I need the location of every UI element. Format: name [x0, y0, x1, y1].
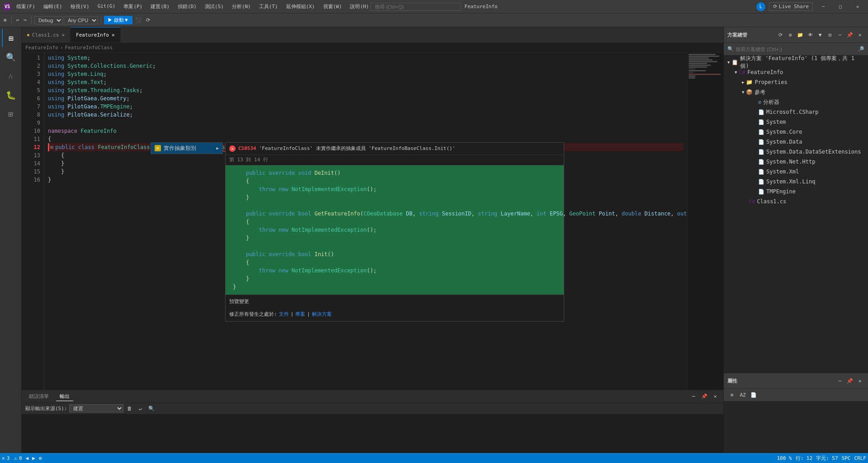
- props-alphabetical-btn[interactable]: AZ: [738, 391, 747, 400]
- menu-help[interactable]: 說明(H): [346, 2, 373, 11]
- menu-extensions[interactable]: 延伸模組(X): [283, 2, 319, 11]
- ref-xmllinq-icon: 📄: [758, 179, 764, 185]
- panel-filter-btn[interactable]: ▼: [816, 30, 825, 39]
- debug-config-dropdown[interactable]: Debug: [34, 16, 63, 24]
- menu-file[interactable]: 檔案(F): [13, 2, 39, 11]
- close-button[interactable]: ✕: [851, 2, 864, 11]
- fix-solution-link[interactable]: 解決方案: [312, 310, 332, 318]
- run-button[interactable]: ▶ 啟動▼: [104, 16, 132, 24]
- menu-view[interactable]: 檢視(V): [67, 2, 93, 11]
- breadcrumb-class[interactable]: FeatureInfoClass: [65, 45, 113, 51]
- ln-7: 7: [22, 103, 40, 111]
- minimap-line-13: [689, 75, 695, 77]
- output-close-btn[interactable]: ✕: [711, 392, 720, 401]
- panel-minimize-btn[interactable]: ─: [835, 30, 844, 39]
- output-find-btn[interactable]: 🔍: [147, 404, 156, 413]
- solution-search-input[interactable]: [736, 47, 856, 52]
- tree-ref-data[interactable]: 📄 System.Data: [724, 137, 868, 147]
- tree-ref-csharp[interactable]: 📄 Microsoft.CSharp: [724, 107, 868, 117]
- output-wrap-btn[interactable]: ↵: [136, 404, 145, 413]
- menu-git[interactable]: Git(G): [94, 2, 119, 11]
- panel-pin-btn[interactable]: 📌: [845, 30, 854, 39]
- breadcrumb-namespace[interactable]: FeatureInfo: [25, 45, 58, 51]
- menu-tools[interactable]: 工具(T): [255, 2, 282, 11]
- maximize-button[interactable]: □: [834, 2, 847, 11]
- props-by-category-btn[interactable]: ≡: [727, 391, 736, 400]
- panel-new-folder-btn[interactable]: 📁: [796, 30, 805, 39]
- live-share-button[interactable]: ⟳ Live Share: [769, 2, 813, 11]
- tab-featureinfo[interactable]: FeatureInfo ✕: [71, 27, 120, 42]
- menu-project[interactable]: 專案(P): [120, 2, 146, 11]
- props-property-pages-btn[interactable]: 📄: [749, 391, 758, 400]
- tree-refs[interactable]: ▼ 📦 參考: [724, 87, 868, 97]
- menu-build[interactable]: 建置(B): [147, 2, 173, 11]
- output-minimize-btn[interactable]: ─: [689, 392, 698, 401]
- menu-test[interactable]: 測試(S): [201, 2, 227, 11]
- activity-explorer[interactable]: ⊞: [2, 29, 20, 47]
- fix-file-link[interactable]: 文件: [279, 310, 289, 318]
- activity-debug[interactable]: 🐛: [2, 86, 20, 104]
- tree-properties[interactable]: ▶ 📁 Properties: [724, 77, 868, 87]
- code-line-6: using PilotGaea.Geometry;: [48, 94, 684, 103]
- panel-close-btn[interactable]: ✕: [855, 30, 864, 39]
- status-zoom[interactable]: 100 %: [775, 455, 794, 461]
- refs-icon: 📦: [746, 89, 753, 95]
- error-fix-footer: 預覽變更: [226, 295, 564, 309]
- tree-ref-xmllinq[interactable]: 📄 System.Xml.Linq: [724, 177, 868, 187]
- suggestion-line-11: public override bool Init(): [233, 250, 557, 258]
- props-minimize-btn[interactable]: ─: [835, 376, 844, 385]
- toolbar-stop[interactable]: ⬛: [133, 16, 143, 24]
- status-line-ending[interactable]: CRLF: [853, 455, 868, 461]
- props-close-btn[interactable]: ✕: [855, 376, 864, 385]
- tab-active-close-icon[interactable]: ✕: [112, 32, 115, 38]
- tab-class1[interactable]: ● Class1.cs ✕: [22, 27, 71, 42]
- tree-ref-tmpengine[interactable]: 📄 TMPEngine: [724, 187, 868, 196]
- output-clear-btn[interactable]: 🗑: [125, 404, 134, 413]
- suggestion-item-active[interactable]: ⚙ 實作抽象類別 ▶: [151, 143, 222, 154]
- tree-class1[interactable]: C# Class1.cs: [724, 196, 868, 206]
- activity-git[interactable]: ⑃: [2, 67, 20, 85]
- status-errors[interactable]: ✕ 3 ⚠ 0: [0, 455, 24, 461]
- status-nav-prev[interactable]: ◀: [24, 455, 31, 461]
- tree-ref-dataset[interactable]: 📄 System.Data.DataSetExtensions: [724, 147, 868, 157]
- menu-edit[interactable]: 編輯(E): [40, 2, 66, 11]
- toolbar-undo[interactable]: ↩: [14, 16, 21, 24]
- tree-analyzer[interactable]: ⚙ 分析器: [724, 97, 868, 107]
- toolbar-new[interactable]: ⊕: [2, 16, 9, 24]
- tree-ref-system[interactable]: 📄 System: [724, 117, 868, 127]
- panel-show-all-btn[interactable]: 👁: [806, 30, 815, 39]
- tree-solution[interactable]: ▼ 📋 解決方案 'FeatureInfo' (1 個專案，共 1 個): [724, 57, 868, 67]
- output-pin-btn[interactable]: 📌: [700, 392, 709, 401]
- suggestion-line-2: {: [233, 177, 557, 185]
- tree-ref-xml[interactable]: 📄 System.Xml: [724, 167, 868, 177]
- output-tab-output[interactable]: 輸出: [56, 392, 73, 401]
- menu-analyze[interactable]: 分析(N): [228, 2, 255, 11]
- menu-window[interactable]: 視窗(W): [320, 2, 346, 11]
- suggestion-popup[interactable]: ⚙ 實作抽象類別 ▶: [151, 142, 223, 154]
- output-tab-errors[interactable]: 錯誤清單: [25, 392, 52, 401]
- status-encoding[interactable]: SPC: [840, 455, 853, 461]
- global-search-input[interactable]: [371, 3, 461, 11]
- panel-settings-btn[interactable]: ⚙: [786, 30, 795, 39]
- activity-search[interactable]: 🔍: [2, 48, 20, 66]
- tab-close-icon[interactable]: ✕: [61, 32, 65, 38]
- status-nav-options[interactable]: ⚙: [37, 455, 44, 461]
- panel-sync-btn[interactable]: ⟳: [776, 30, 785, 39]
- status-row[interactable]: 行: 12: [794, 455, 815, 462]
- props-pin-btn[interactable]: 📌: [845, 376, 854, 385]
- activity-extensions[interactable]: ⊞: [2, 105, 20, 123]
- toolbar-redo[interactable]: ↪: [22, 16, 28, 24]
- menu-debug[interactable]: 偵錯(D): [174, 2, 200, 11]
- fix-project-link[interactable]: 專案: [295, 310, 305, 318]
- minimize-button[interactable]: ─: [816, 2, 830, 11]
- tree-ref-core[interactable]: 📄 System.Core: [724, 127, 868, 137]
- status-nav-next[interactable]: ▶: [30, 455, 37, 461]
- output-source-select[interactable]: 建置: [69, 404, 123, 412]
- status-col[interactable]: 字元: 57: [814, 455, 840, 462]
- refs-label: 參考: [755, 89, 765, 96]
- panel-collapse-btn[interactable]: ⊟: [826, 30, 835, 39]
- tree-ref-nethttp[interactable]: 📄 System.Net.Http: [724, 157, 868, 167]
- toolbar-restart[interactable]: ⟳: [144, 16, 152, 24]
- ref-tmpengine-icon: 📄: [758, 189, 764, 195]
- platform-dropdown[interactable]: Any CPU: [64, 16, 98, 24]
